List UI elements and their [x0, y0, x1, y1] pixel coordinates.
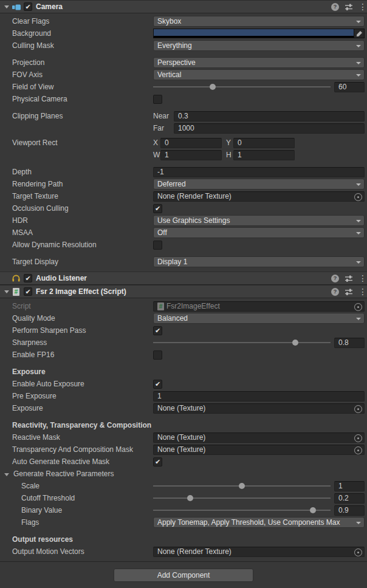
slider-sharpness[interactable]: [153, 337, 331, 349]
object-field-exposure[interactable]: None (Texture): [153, 403, 365, 414]
label-cutoff-threshold: Cutoff Threshold: [0, 494, 153, 502]
dropdown-projection[interactable]: Perspective: [153, 57, 365, 68]
checkbox-physical-camera[interactable]: [153, 95, 162, 104]
slider-scale[interactable]: [153, 480, 331, 492]
slider-value-sharpness[interactable]: 0.8: [334, 338, 365, 348]
slider-value-scale[interactable]: 1: [334, 481, 365, 491]
dropdown-rendering-path[interactable]: Deferred: [153, 179, 365, 190]
component-header-camera[interactable]: ✔Camera?⋮: [0, 0, 367, 13]
label-perform-sharpen-pass: Perform Sharpen Pass: [0, 326, 153, 335]
component-enabled-checkbox[interactable]: ✔: [24, 274, 32, 282]
slider-value-cutoff-threshold[interactable]: 0.2: [334, 493, 365, 504]
object-picker-icon[interactable]: [354, 446, 362, 454]
color-field-background[interactable]: [153, 29, 354, 38]
dropdown-msaa[interactable]: Off: [153, 227, 365, 238]
slider-knob[interactable]: [187, 495, 193, 501]
slider-track[interactable]: [153, 342, 331, 343]
presets-button[interactable]: [345, 275, 353, 282]
checkbox-allow-dynamic-resolution[interactable]: [153, 241, 162, 250]
slider-knob[interactable]: [210, 84, 216, 90]
dropdown-clear-flags[interactable]: Skybox: [153, 16, 365, 27]
object-picker-icon[interactable]: [354, 193, 362, 201]
checkbox-auto-generate-reactive-mask[interactable]: ✔: [153, 457, 162, 467]
chevron-down-icon: [356, 261, 361, 264]
help-button[interactable]: ?: [331, 3, 339, 11]
input-x[interactable]: 0: [160, 138, 222, 148]
menu-button[interactable]: ⋮: [358, 288, 363, 296]
input-y[interactable]: 0: [233, 138, 295, 148]
label-rendering-path: Rendering Path: [0, 180, 153, 188]
foldout-arrow[interactable]: [2, 290, 11, 293]
slider-knob[interactable]: [239, 483, 245, 489]
help-button[interactable]: ?: [331, 275, 339, 282]
component-header-audio-listener[interactable]: ✔Audio Listener?⋮: [0, 272, 367, 285]
slider-track[interactable]: [153, 485, 331, 487]
object-field-reactive-mask[interactable]: None (Texture): [153, 432, 365, 443]
slider-knob[interactable]: [292, 340, 298, 346]
object-field-target-texture[interactable]: None (Render Texture): [153, 191, 365, 202]
help-button[interactable]: ?: [331, 288, 339, 296]
sub-label-w: W: [153, 151, 160, 159]
input-value: 1: [238, 151, 242, 159]
dropdown-quality-mode[interactable]: Balanced: [153, 313, 365, 324]
slider-track[interactable]: [153, 497, 331, 499]
unity-inspector-panel: ✔Camera?⋮Clear FlagsSkyboxBackgroundCull…: [0, 0, 367, 588]
slider-track[interactable]: [153, 86, 331, 87]
dropdown-hdr[interactable]: Use Graphics Settings: [153, 215, 365, 226]
slider-value-field-of-view[interactable]: 60: [334, 82, 365, 92]
input-near[interactable]: 0.3: [174, 111, 365, 121]
dropdown-fov-axis[interactable]: Vertical: [153, 69, 365, 80]
checkbox-enable-fp16[interactable]: [153, 350, 162, 360]
dropdown-target-display[interactable]: Display 1: [153, 256, 365, 267]
object-picker-icon[interactable]: [354, 549, 362, 556]
slider-knob[interactable]: [310, 507, 316, 513]
row-background: Background: [0, 27, 367, 39]
object-picker-icon[interactable]: [354, 434, 362, 442]
object-field-output-motion-vectors[interactable]: None (Render Texture): [153, 547, 365, 557]
component-enabled-checkbox[interactable]: ✔: [24, 2, 32, 11]
camera-icon: [12, 3, 21, 11]
foldout-triangle-icon[interactable]: [4, 473, 9, 476]
input-pre-exposure[interactable]: 1: [153, 391, 365, 402]
checkbox-perform-sharpen-pass[interactable]: ✔: [153, 326, 162, 335]
menu-button[interactable]: ⋮: [358, 275, 363, 282]
slider-field-of-view[interactable]: [153, 81, 331, 93]
checkbox-occlusion-culling[interactable]: ✔: [153, 204, 162, 213]
eyedropper-button[interactable]: [354, 29, 365, 38]
dropdown-flags[interactable]: Apply Tonemap, Apply Threshold, Use Comp…: [153, 517, 365, 528]
dropdown-value: Skybox: [157, 17, 181, 26]
script-file-icon: #: [157, 303, 164, 310]
presets-button[interactable]: [345, 3, 353, 11]
row-quality-mode: Quality ModeBalanced: [0, 312, 367, 324]
row-gap: [0, 251, 367, 256]
chevron-down-icon: [356, 62, 361, 64]
slider-value-binary-value[interactable]: 0.9: [334, 505, 365, 516]
sub-label-x: X: [153, 138, 160, 147]
slider-binary-value[interactable]: [153, 504, 331, 516]
menu-button[interactable]: ⋮: [358, 3, 363, 11]
row-viewport-rect: Viewport RectX0Y0: [0, 137, 367, 149]
object-picker-icon[interactable]: [354, 303, 362, 311]
slider-track[interactable]: [153, 510, 331, 511]
input-h[interactable]: 1: [233, 150, 295, 160]
slider-value-text: 0.2: [338, 494, 349, 502]
add-component-button[interactable]: Add Component: [114, 569, 253, 582]
object-field-script[interactable]: #Fsr2ImageEffect: [153, 301, 365, 312]
object-field-transparency-and-composition-mask[interactable]: None (Texture): [153, 445, 365, 455]
label-field-of-view: Field of View: [0, 83, 153, 91]
input-w[interactable]: 1: [160, 150, 222, 160]
dropdown-culling-mask[interactable]: Everything: [153, 40, 365, 51]
component-header-fsr-2-image-effect-script[interactable]: #✔Fsr 2 Image Effect (Script)?⋮: [0, 285, 367, 298]
foldout-arrow[interactable]: [2, 5, 11, 9]
chevron-down-icon: [356, 232, 361, 234]
row-gap: [0, 528, 367, 533]
presets-button[interactable]: [345, 288, 353, 296]
checkbox-enable-auto-exposure[interactable]: ✔: [153, 380, 162, 389]
input-depth[interactable]: -1: [153, 167, 365, 177]
input-far[interactable]: 1000: [174, 123, 365, 134]
object-picker-icon[interactable]: [354, 405, 362, 413]
component-enabled-checkbox[interactable]: ✔: [24, 287, 32, 296]
label-clipping-planes: Clipping Planes: [0, 112, 153, 120]
dropdown-value: Use Graphics Settings: [157, 216, 230, 225]
slider-cutoff-threshold[interactable]: [153, 492, 331, 504]
